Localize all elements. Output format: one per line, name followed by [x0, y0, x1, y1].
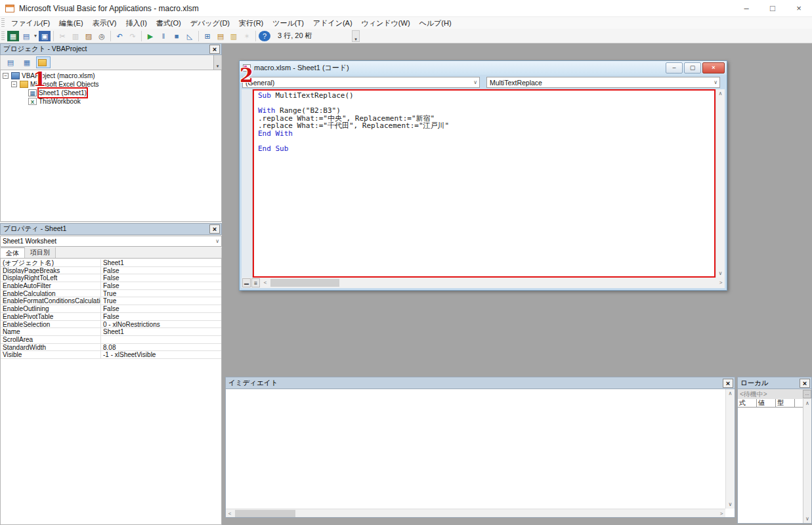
procedure-view-button[interactable]: ▬: [242, 278, 251, 287]
tree-item-label[interactable]: ThisWorkbook: [39, 97, 81, 106]
property-value[interactable]: False: [101, 267, 221, 274]
property-value[interactable]: False: [101, 282, 221, 289]
menu-item[interactable]: 書式(O): [152, 17, 186, 29]
project-panel-dropdown-icon[interactable]: ▾: [213, 55, 221, 70]
help-icon[interactable]: ?: [259, 31, 270, 41]
scroll-right-icon[interactable]: >: [717, 278, 725, 287]
code-line[interactable]: Sub MultiTextReplace(): [258, 92, 713, 100]
properties-close-icon[interactable]: ×: [209, 224, 220, 234]
properties-window-icon[interactable]: ▤: [215, 31, 226, 41]
property-row[interactable]: EnableOutliningFalse: [1, 305, 221, 313]
tree-expander-icon[interactable]: −: [3, 73, 9, 79]
property-row[interactable]: EnableCalculationTrue: [1, 290, 221, 298]
immediate-vertical-scrollbar[interactable]: ∧ ∨: [725, 389, 735, 509]
scroll-down-icon[interactable]: ∨: [803, 516, 811, 522]
property-row[interactable]: StandardWidth8.08: [1, 344, 221, 352]
insert-userform-icon[interactable]: ▤: [20, 31, 32, 41]
property-value[interactable]: False: [101, 274, 221, 282]
minimize-button[interactable]: –: [733, 0, 759, 17]
property-value[interactable]: Sheet1: [101, 328, 221, 335]
menu-item[interactable]: 編集(E): [54, 17, 88, 29]
property-value[interactable]: False: [101, 313, 221, 320]
immediate-header[interactable]: イミディエイト ×: [226, 377, 735, 389]
object-browser-icon[interactable]: ▥: [228, 31, 240, 41]
menu-item[interactable]: ウィンドウ(W): [357, 17, 415, 29]
view-code-button[interactable]: ▤: [3, 56, 18, 68]
object-selector[interactable]: Sheet1 Worksheet ∨: [0, 236, 222, 247]
property-row[interactable]: EnablePivotTableFalse: [1, 313, 221, 321]
code-line[interactable]: [258, 137, 713, 145]
project-close-icon[interactable]: ×: [209, 45, 220, 54]
locals-column-header[interactable]: 式: [738, 399, 757, 407]
property-value[interactable]: -1 - xlSheetVisible: [101, 351, 221, 358]
menu-item[interactable]: 実行(R): [234, 17, 268, 29]
run-icon[interactable]: ▶: [144, 31, 156, 41]
project-explorer-icon[interactable]: ⊞: [202, 31, 213, 41]
menu-item[interactable]: ヘルプ(H): [415, 17, 456, 29]
toggle-folders-button[interactable]: [36, 56, 51, 68]
property-row[interactable]: (オブジェクト名)Sheet1: [1, 259, 221, 267]
property-row[interactable]: NameSheet1: [1, 328, 221, 336]
property-value[interactable]: True: [101, 290, 221, 297]
property-value[interactable]: False: [101, 305, 221, 312]
scroll-down-icon[interactable]: ∨: [716, 270, 725, 276]
find-icon[interactable]: ◎: [96, 31, 108, 41]
property-row[interactable]: ScrollArea: [1, 336, 221, 344]
locals-column-header[interactable]: 値: [757, 399, 776, 407]
toolbar-overflow-button[interactable]: ▾: [352, 30, 360, 42]
dropdown-caret-icon[interactable]: ▾: [33, 33, 38, 39]
scroll-up-icon[interactable]: ∧: [803, 400, 811, 406]
immediate-close-icon[interactable]: ×: [723, 379, 733, 388]
menu-item[interactable]: アドイン(A): [309, 17, 357, 29]
scroll-down-icon[interactable]: ∨: [726, 501, 735, 507]
tree-expander-icon[interactable]: −: [11, 81, 17, 87]
immediate-horizontal-scrollbar[interactable]: < >: [226, 509, 725, 517]
view-object-button[interactable]: ▦: [20, 56, 34, 68]
menu-item[interactable]: デバッグ(D): [186, 17, 234, 29]
break-icon[interactable]: ‖: [158, 31, 169, 41]
menu-item[interactable]: 表示(V): [88, 17, 121, 29]
property-row[interactable]: Visible-1 - xlSheetVisible: [1, 351, 221, 359]
procedure-dropdown[interactable]: MultiTextReplace ∨: [486, 77, 720, 88]
property-value[interactable]: [101, 336, 221, 343]
scroll-up-icon[interactable]: ∧: [716, 91, 725, 96]
property-row[interactable]: DisplayRightToLeftFalse: [1, 274, 221, 282]
locals-more-button[interactable]: ...: [803, 390, 811, 398]
close-button[interactable]: ×: [786, 0, 812, 17]
code-minimize-button[interactable]: –: [666, 62, 683, 74]
tree-item[interactable]: XThisWorkbook: [1, 97, 221, 106]
locals-header[interactable]: ローカル ×: [738, 377, 811, 389]
code-line[interactable]: End Sub: [258, 145, 713, 153]
reset-icon[interactable]: ■: [171, 31, 182, 41]
code-text[interactable]: Sub MultiTextReplace() With Range("B2:B3…: [258, 92, 713, 275]
save-icon[interactable]: ▣: [39, 31, 51, 41]
property-row[interactable]: EnableFormatConditionsCalculationTrue: [1, 297, 221, 305]
menu-item[interactable]: ツール(T): [268, 17, 309, 29]
scroll-thumb[interactable]: [270, 279, 339, 287]
menu-item[interactable]: 挿入(I): [121, 17, 151, 29]
menu-item[interactable]: ファイル(F): [7, 17, 54, 29]
scroll-right-icon[interactable]: >: [717, 509, 725, 518]
code-close-button[interactable]: ×: [702, 62, 725, 74]
locals-column-header[interactable]: 型: [776, 399, 795, 407]
property-row[interactable]: EnableSelection0 - xlNoRestrictions: [1, 321, 221, 329]
property-value[interactable]: True: [101, 297, 221, 304]
undo-icon[interactable]: ↶: [114, 31, 125, 41]
tab-alphabetic[interactable]: 全体: [1, 247, 25, 258]
module-view-button[interactable]: ≣: [251, 278, 260, 287]
scroll-left-icon[interactable]: <: [261, 278, 269, 287]
code-restore-button[interactable]: ▢: [684, 62, 701, 74]
code-window-titlebar[interactable]: macro.xlsm - Sheet1 (コード) – ▢ ×: [240, 61, 727, 75]
scroll-left-icon[interactable]: <: [226, 509, 234, 518]
object-dropdown[interactable]: (General) ∨: [242, 77, 480, 88]
tab-categorized[interactable]: 項目別: [25, 247, 56, 258]
property-value[interactable]: Sheet1: [101, 259, 221, 266]
code-line[interactable]: .replace What:="千代田", Replacement:="江戸川": [258, 122, 713, 130]
scroll-up-icon[interactable]: ∧: [726, 390, 735, 396]
locals-vertical-scrollbar[interactable]: ∧ ∨: [803, 399, 811, 523]
code-vertical-scrollbar[interactable]: ∧ ∨: [716, 89, 725, 278]
design-mode-icon[interactable]: ◺: [184, 31, 196, 41]
property-row[interactable]: DisplayPageBreaksFalse: [1, 267, 221, 275]
paste-icon[interactable]: ▨: [83, 31, 95, 41]
property-value[interactable]: 0 - xlNoRestrictions: [101, 321, 221, 328]
